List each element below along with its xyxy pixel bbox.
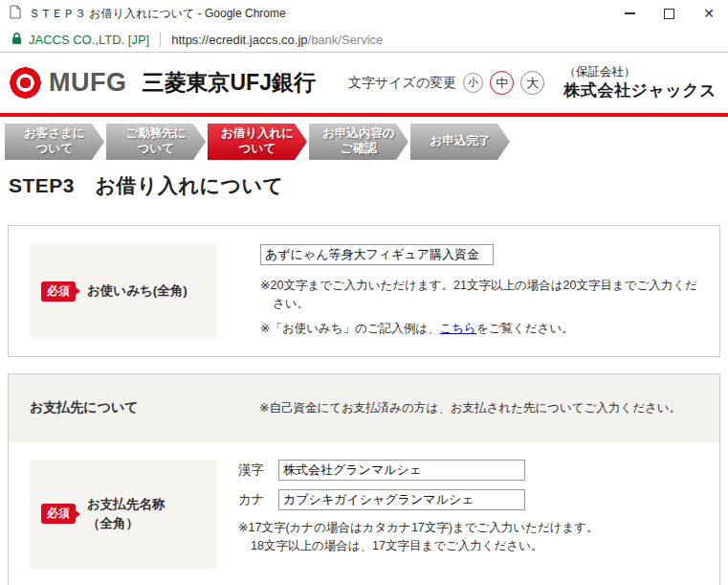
guarantor-name: 株式会社ジャックス bbox=[564, 80, 717, 101]
step-tab-confirmation: お申込内容のご確認 bbox=[309, 124, 408, 160]
payee-section-header: お支払先について ※自己資金にてお支払済みの方は、お支払された先についてご入力く… bbox=[9, 374, 719, 442]
page-title: STEP3 お借り入れについて bbox=[9, 172, 728, 199]
lock-icon[interactable] bbox=[11, 32, 22, 48]
kana-field-label: カナ bbox=[238, 491, 273, 508]
font-size-small-button[interactable]: 小 bbox=[463, 73, 483, 93]
page-icon bbox=[10, 5, 21, 23]
payee-name-label: お支払先名称 （全角） bbox=[87, 495, 165, 532]
usage-input[interactable] bbox=[260, 244, 494, 265]
window-titlebar: ＳＴＥＰ３ お借り入れについて - Google Chrome ✕ bbox=[0, 0, 728, 27]
payee-note-line2: 18文字以上の場合は、17文字目までご入力ください。 bbox=[251, 537, 702, 555]
usage-label: お使いみち(全角) bbox=[87, 281, 188, 301]
payee-kanji-input[interactable] bbox=[278, 460, 525, 481]
bank-name: 三菱東京UFJ銀行 bbox=[142, 68, 315, 98]
payee-kana-input[interactable] bbox=[278, 489, 525, 510]
payee-section-note: ※自己資金にてお支払済みの方は、お支払された先についてご入力ください。 bbox=[259, 399, 681, 417]
minimize-icon[interactable] bbox=[625, 12, 635, 14]
required-badge: 必須 bbox=[41, 281, 76, 302]
font-size-label: 文字サイズの変更 bbox=[348, 75, 456, 92]
payee-name-label-cell: 必須 お支払先名称 （全角） bbox=[30, 460, 217, 569]
payee-section-box: お支払先について ※自己資金にてお支払済みの方は、お支払された先についてご入力く… bbox=[8, 373, 720, 585]
required-badge: 必須 bbox=[41, 504, 76, 524]
guarantor-block: （保証会社） 株式会社ジャックス bbox=[564, 65, 719, 101]
window-title: ＳＴＥＰ３ お借り入れについて - Google Chrome bbox=[29, 6, 625, 22]
url-path[interactable]: /bank/Service bbox=[308, 33, 384, 47]
kanji-field-label: 漢字 bbox=[238, 461, 273, 479]
font-size-medium-button[interactable]: 中 bbox=[490, 71, 514, 95]
step-tab-employer: ご勤務先について bbox=[106, 124, 206, 160]
example-link[interactable]: こちら bbox=[440, 322, 476, 335]
step-tab-complete: お申込完了 bbox=[410, 124, 510, 160]
mufg-logo-word: MUFG bbox=[49, 68, 126, 98]
step-tab-customer: お客さまについて bbox=[5, 124, 104, 160]
mufg-logo-icon bbox=[10, 67, 41, 99]
step-navigation: お客さまについて ご勤務先について お借り入れについて お申込内容のご確認 お申… bbox=[0, 117, 728, 160]
url-host[interactable]: https://ecredit.jaccs.co.jp bbox=[171, 33, 307, 47]
usage-section-box: 必須 お使いみち(全角) ※20文字までご入力いただけます。21文字以上の場合は… bbox=[8, 225, 720, 357]
usage-note-example: ※「お使いみち」のご記入例は、こちらをご覧ください。 bbox=[260, 320, 702, 338]
payee-note-line1: ※17文字(カナの場合はカタカナ17文字)までご入力いただけます。 bbox=[238, 519, 702, 537]
font-size-switcher: 文字サイズの変更 小 中 大 bbox=[348, 71, 544, 95]
usage-note-limit: ※20文字までご入力いただけます。21文字以上の場合は20文字目までご入力くださ… bbox=[260, 277, 702, 314]
payee-section-title: お支払先について bbox=[30, 399, 259, 416]
address-divider bbox=[160, 33, 161, 47]
maximize-icon[interactable] bbox=[664, 9, 674, 19]
step-tab-borrowing-active: お借り入れについて bbox=[208, 124, 307, 160]
site-header: MUFG 三菱東京UFJ銀行 文字サイズの変更 小 中 大 （保証会社） 株式会… bbox=[0, 53, 728, 113]
close-icon[interactable]: ✕ bbox=[703, 7, 715, 20]
usage-label-cell: 必須 お使いみち(全角) bbox=[30, 244, 217, 338]
ev-certificate-label[interactable]: JACCS CO.,LTD. [JP] bbox=[29, 33, 149, 47]
address-bar[interactable]: JACCS CO.,LTD. [JP] https://ecredit.jacc… bbox=[0, 27, 728, 53]
font-size-large-button[interactable]: 大 bbox=[520, 71, 544, 95]
guarantor-label: （保証会社） bbox=[564, 65, 717, 80]
